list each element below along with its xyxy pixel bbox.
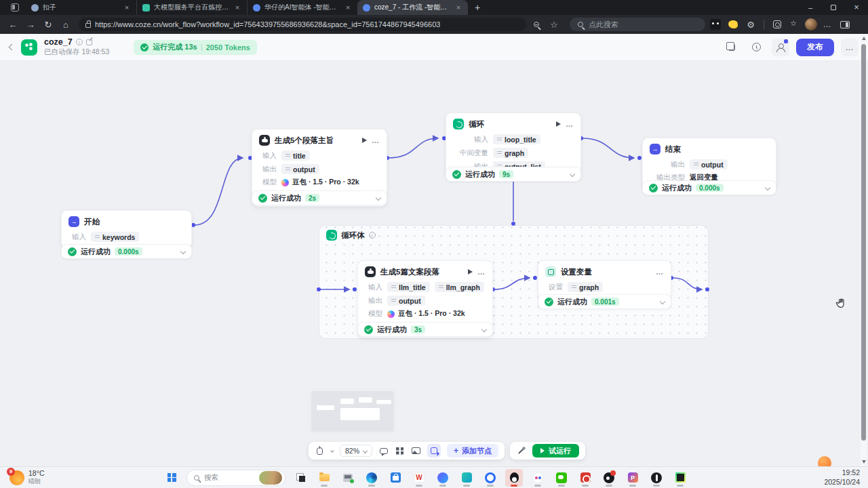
header-more-icon[interactable]: [841, 39, 859, 56]
node-start[interactable]: 开始 输入 keywords: [61, 210, 192, 249]
node-set-variable[interactable]: 设置变量 设置 graph: [538, 260, 671, 299]
publish-button[interactable]: 发布: [796, 39, 834, 56]
chevron-down-icon[interactable]: [570, 171, 575, 177]
status-bar-llm-paragraphs[interactable]: 运行成功 3s: [357, 322, 493, 337]
qq-button-active[interactable]: [505, 469, 523, 487]
duplicate-icon[interactable]: [723, 39, 741, 56]
teal-app-button[interactable]: [458, 469, 475, 487]
dark-circle-app-button[interactable]: [648, 469, 665, 487]
sidebar-panel-icon[interactable]: [837, 21, 852, 28]
browser-logo-icon[interactable]: [11, 3, 19, 12]
pan-hand-icon[interactable]: [315, 446, 325, 456]
tim-app-button[interactable]: [529, 469, 547, 487]
device-app-button[interactable]: [339, 469, 357, 487]
browser-tab-3[interactable]: 华仔的AI智能体 -智能体 - 扣子: [247, 0, 357, 15]
taskbar-search-box[interactable]: 搜索: [186, 470, 285, 486]
canvas-minimap[interactable]: [309, 388, 397, 434]
history-icon[interactable]: [747, 39, 765, 56]
chevron-down-icon[interactable]: [330, 449, 334, 453]
play-icon[interactable]: [362, 138, 367, 143]
obs-button[interactable]: [600, 469, 618, 487]
workflow-canvas[interactable]: 循环体 开始 输入 keywords 运行成功 0.000s 生成5个段落主旨 …: [0, 61, 868, 466]
favorites-list-icon[interactable]: [787, 20, 802, 28]
window-restore-button[interactable]: [822, 0, 845, 15]
browser-menu-icon[interactable]: [820, 20, 835, 29]
new-tab-button[interactable]: [475, 2, 480, 13]
status-bar-llm-outline[interactable]: 运行成功 2s: [252, 190, 387, 205]
chevron-down-icon[interactable]: [180, 249, 186, 254]
zoom-out-icon[interactable]: [529, 22, 544, 27]
forward-button[interactable]: →: [23, 20, 38, 30]
wps-button[interactable]: [410, 469, 428, 487]
tab-close-icon[interactable]: [344, 3, 352, 12]
url-bar[interactable]: https://www.coze.cn/work_flow?workflow_i…: [79, 18, 526, 31]
bookmark-star-icon[interactable]: [547, 20, 561, 30]
back-chevron-icon[interactable]: [9, 44, 16, 51]
node-more-icon[interactable]: [372, 136, 380, 144]
extension-panda-icon[interactable]: [708, 19, 723, 30]
browser-search-box[interactable]: 点此搜索: [570, 18, 705, 31]
chevron-down-icon[interactable]: [376, 195, 381, 201]
wechat-button[interactable]: [553, 469, 570, 487]
image-icon[interactable]: [411, 446, 421, 456]
file-explorer-button[interactable]: [315, 469, 333, 487]
run-complete-badge[interactable]: 运行完成 13s 2050 Tokens: [134, 40, 257, 55]
pycharm-button[interactable]: [671, 469, 689, 487]
weather-widget[interactable]: 9 18°C 晴朗: [0, 469, 163, 486]
zoom-level-dropdown[interactable]: 82%: [340, 445, 372, 457]
blue-ring-app-button[interactable]: [481, 469, 499, 487]
play-icon[interactable]: [556, 121, 561, 127]
tab-close-icon[interactable]: [123, 3, 131, 12]
tab-close-icon[interactable]: [233, 3, 241, 12]
node-more-icon[interactable]: [477, 268, 486, 276]
back-button[interactable]: ←: [5, 20, 20, 30]
test-run-button[interactable]: 试运行: [532, 444, 579, 458]
select-frame-icon[interactable]: [427, 444, 441, 458]
assistant-floating-button[interactable]: [818, 456, 831, 466]
browser-tab-2[interactable]: 大模型服务平台百炼控制台: [136, 0, 247, 15]
scroll-down-arrow[interactable]: [862, 460, 866, 464]
reload-button[interactable]: ↻: [41, 20, 56, 30]
window-minimize-button[interactable]: [799, 0, 822, 15]
browser-tab-4-active[interactable]: coze_7 - 工作流 -智能体平台: [357, 0, 468, 15]
info-icon[interactable]: [369, 232, 376, 239]
chevron-down-icon[interactable]: [660, 299, 665, 304]
node-more-icon[interactable]: [656, 268, 664, 276]
wand-icon[interactable]: [516, 446, 526, 456]
type-icon: [391, 285, 396, 289]
play-icon[interactable]: [468, 269, 473, 274]
page-scrollbar[interactable]: [861, 34, 867, 466]
red-ring-app-button[interactable]: [576, 469, 594, 487]
edge-browser-button[interactable]: [363, 469, 380, 487]
browser-tab-1[interactable]: 扣子: [26, 0, 136, 15]
layout-grid-icon[interactable]: [395, 446, 405, 456]
extension-pet-icon[interactable]: [726, 20, 741, 28]
comment-icon[interactable]: [378, 446, 389, 456]
extensions-icon[interactable]: [770, 20, 785, 28]
microsoft-store-button[interactable]: [387, 469, 404, 487]
task-view-button[interactable]: [292, 469, 309, 487]
edit-icon[interactable]: [86, 39, 92, 45]
chevron-down-icon[interactable]: [481, 327, 487, 332]
gear-icon[interactable]: ⚙: [743, 20, 758, 30]
scroll-up-arrow[interactable]: [862, 37, 866, 40]
chevron-down-icon[interactable]: [765, 185, 770, 190]
status-bar-end[interactable]: 运行成功 0.000s: [642, 180, 776, 195]
status-bar-start[interactable]: 运行成功 0.000s: [61, 244, 192, 259]
node-more-icon[interactable]: [566, 120, 574, 128]
status-bar-set-variable[interactable]: 运行成功 0.001s: [538, 294, 671, 309]
p-app-button[interactable]: [624, 469, 642, 487]
start-button[interactable]: [163, 469, 180, 487]
status-bar-loop[interactable]: 运行成功 9s: [446, 167, 581, 182]
scrollbar-thumb[interactable]: [861, 44, 866, 441]
quark-button[interactable]: [434, 469, 452, 487]
add-node-button[interactable]: 添加节点: [447, 444, 498, 458]
profile-avatar[interactable]: [805, 18, 817, 30]
info-icon[interactable]: [76, 39, 83, 45]
window-close-button[interactable]: [845, 0, 868, 15]
loop-body-title: 循环体: [341, 230, 365, 241]
collaboration-icon[interactable]: [772, 39, 789, 56]
home-button[interactable]: ⌂: [58, 20, 73, 30]
tab-close-icon[interactable]: [454, 3, 462, 12]
taskbar-clock[interactable]: 19:52 2025/10/24: [824, 468, 868, 487]
